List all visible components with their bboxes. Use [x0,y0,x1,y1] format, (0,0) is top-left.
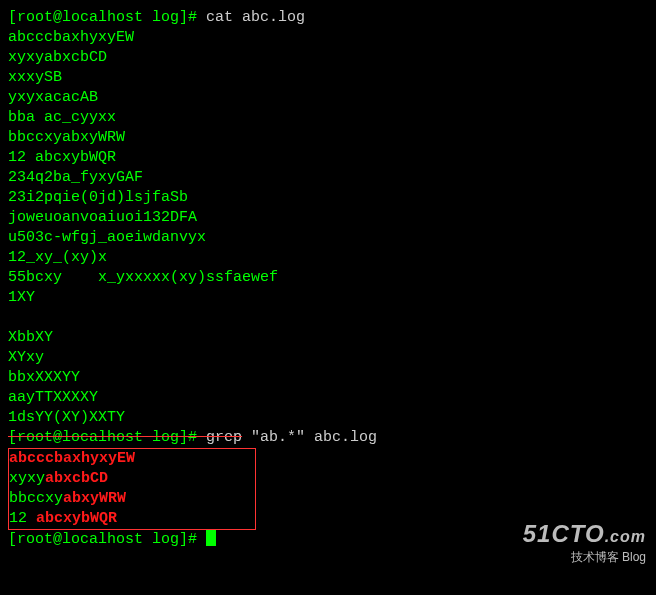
output-line: aayTTXXXXY [8,388,648,408]
watermark-brand: 51CTO [523,520,605,547]
grep-pre: xyxy [9,470,45,487]
output-line: 1dsYY(XY)XXTY [8,408,648,428]
grep-pre: bbccxy [9,490,63,507]
output-line: bba ac_cyyxx [8,108,648,128]
output-line: xyxyabxcbCD [8,48,648,68]
grep-line: abcccbaxhyxyEW [9,449,135,469]
grep-match: abxcbCD [45,470,108,487]
grep-line: xyxyabxcbCD [9,469,135,489]
prompt-2[interactable]: [root@localhost log]# grep "ab.*" abc.lo… [8,428,648,448]
output-line: 12 abcxybWQR [8,148,648,168]
output-line: 55bcxy x_yxxxxx(xy)ssfaewef [8,268,648,288]
watermark-blog: Blog [622,550,646,564]
cmd-cat: cat abc.log [206,9,305,26]
ps1-struck: [root@localhost log]# [8,429,206,446]
ps1: [root@localhost log]# [8,9,206,26]
cmd-grep-struck: grep [206,429,242,446]
output-line: xxxySB [8,68,648,88]
cat-output: abcccbaxhyxyEWxyxyabxcbCDxxxySByxyxacacA… [8,28,648,428]
cmd-grep-rest: "ab.*" abc.log [242,429,377,446]
output-line: 1XY [8,288,648,308]
output-line: bbccxyabxyWRW [8,128,648,148]
grep-match: abcxybWQR [36,510,117,527]
grep-output: abcccbaxhyxyEWxyxyabxcbCDbbccxyabxyWRW12… [9,449,135,529]
watermark: 51CTO.com 技术博客 Blog [523,524,646,567]
output-line: u503c-wfgj_aoeiwdanvyx [8,228,648,248]
grep-pre: 12 [9,510,36,527]
output-line: 23i2pqie(0jd)lsjfaSb [8,188,648,208]
output-line: 12_xy_(xy)x [8,248,648,268]
watermark-sub: 技术博客 [571,550,619,564]
grep-match: abcccbaxhyxyEW [9,450,135,467]
output-line [8,308,648,328]
output-line: joweuoanvoaiuoi132DFA [8,208,648,228]
output-line: XbbXY [8,328,648,348]
output-line: abcccbaxhyxyEW [8,28,648,48]
grep-match: abxyWRW [63,490,126,507]
output-line: yxyxacacAB [8,88,648,108]
prompt-1[interactable]: [root@localhost log]# cat abc.log [8,8,648,28]
output-line: XYxy [8,348,648,368]
watermark-tld: .com [605,528,646,545]
output-line: 234q2ba_fyxyGAF [8,168,648,188]
grep-line: bbccxyabxyWRW [9,489,135,509]
grep-output-box: abcccbaxhyxyEWxyxyabxcbCDbbccxyabxyWRW12… [8,448,256,530]
ps1: [root@localhost log]# [8,531,206,548]
grep-line: 12 abcxybWQR [9,509,135,529]
output-line: bbxXXXYY [8,368,648,388]
cursor-icon [206,530,216,546]
